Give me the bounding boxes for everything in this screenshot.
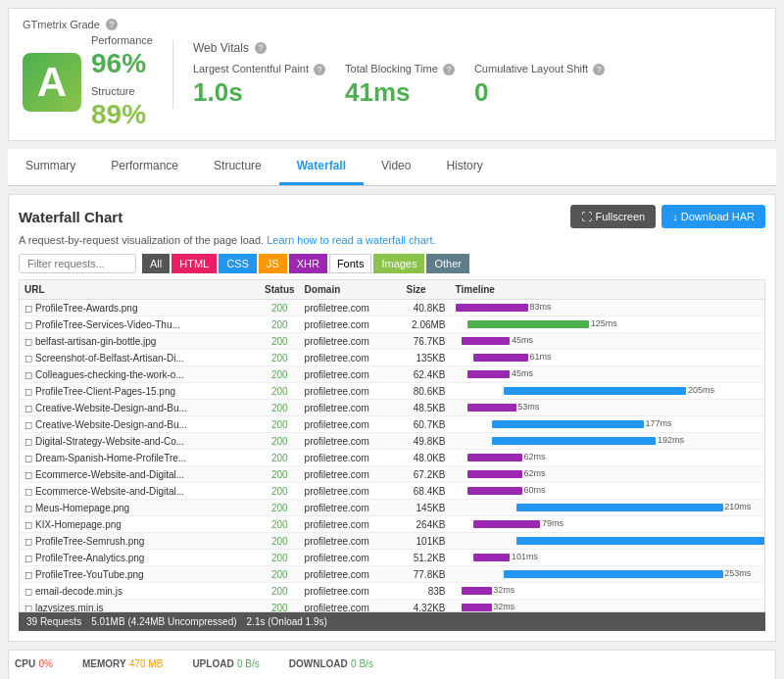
- row-size: 76.7KB: [402, 333, 451, 350]
- table-row[interactable]: ◻Dream-Spanish-Home-ProfileTre... 200 pr…: [20, 450, 764, 466]
- row-url: ◻ProfileTree-Client-Pages-15.png: [20, 383, 260, 400]
- filter-html[interactable]: HTML: [172, 254, 217, 273]
- tbt-label: Total Blocking Time ?: [345, 63, 455, 75]
- grade-section: GTmetrix Grade ? A Performance 96% Struc…: [23, 19, 153, 130]
- learn-link[interactable]: Learn how to read a waterfall chart.: [267, 234, 435, 246]
- tab-video[interactable]: Video: [364, 149, 428, 185]
- cls-info-icon[interactable]: ?: [593, 64, 605, 75]
- tab-history[interactable]: History: [428, 149, 500, 185]
- top-panel: GTmetrix Grade ? A Performance 96% Struc…: [8, 8, 776, 141]
- row-size: 101KB: [402, 533, 451, 550]
- row-domain: profiletree.com: [300, 366, 402, 383]
- table-row[interactable]: ◻KIX-Homepage.png 200 profiletree.com 26…: [20, 516, 764, 533]
- performance-value: 96%: [91, 48, 153, 79]
- row-domain: profiletree.com: [300, 533, 402, 550]
- row-timeline: 32ms: [451, 600, 764, 613]
- row-size: 40.8KB: [402, 300, 451, 316]
- tab-summary[interactable]: Summary: [8, 149, 93, 185]
- table-row[interactable]: ◻ProfileTree-Awards.png 200 profiletree.…: [20, 300, 764, 316]
- filter-other[interactable]: Other: [426, 254, 469, 273]
- row-domain: profiletree.com: [300, 550, 402, 566]
- table-row[interactable]: ◻ProfileTree-Services-Video-Thu... 200 p…: [20, 316, 764, 333]
- bottom-graphs: CPU 0% MEMORY 470 MB UPLOAD 0 B/s DOWNLO…: [8, 650, 776, 679]
- filter-css[interactable]: CSS: [219, 254, 257, 273]
- download-har-button[interactable]: ↓ Download HAR: [662, 205, 765, 228]
- row-status: 200: [260, 466, 300, 483]
- col-header-url: URL: [20, 280, 260, 300]
- table-row[interactable]: ◻Ecommerce-Website-and-Digital... 200 pr…: [20, 483, 764, 500]
- row-domain: profiletree.com: [300, 466, 402, 483]
- row-status: 200: [260, 366, 300, 383]
- row-status: 200: [260, 500, 300, 516]
- table-row[interactable]: ◻Screenshot-of-Belfast-Artisan-Di... 200…: [20, 350, 764, 366]
- filter-images[interactable]: Images: [373, 254, 424, 273]
- row-size: 264KB: [402, 516, 451, 533]
- row-domain: profiletree.com: [300, 400, 402, 416]
- action-buttons: ⛶ Fullscreen ↓ Download HAR: [570, 205, 765, 228]
- vitals-info-icon[interactable]: ?: [255, 42, 267, 54]
- row-domain: profiletree.com: [300, 433, 402, 450]
- waterfall-title: Waterfall Chart: [19, 209, 122, 225]
- row-status: 200: [260, 600, 300, 613]
- structure-label: Structure: [91, 85, 153, 97]
- row-domain: profiletree.com: [300, 350, 402, 366]
- table-row[interactable]: ◻belfast-artisan-gin-bottle.jpg 200 prof…: [20, 333, 764, 350]
- filter-fonts[interactable]: Fonts: [329, 254, 372, 273]
- row-size: 2.06MB: [402, 316, 451, 333]
- waterfall-description: A request-by-request visualization of th…: [19, 234, 765, 246]
- row-domain: profiletree.com: [300, 450, 402, 466]
- tab-structure[interactable]: Structure: [196, 149, 279, 185]
- fullscreen-button[interactable]: ⛶ Fullscreen: [570, 205, 656, 228]
- filter-js[interactable]: JS: [259, 254, 287, 273]
- table-row[interactable]: ◻Ecommerce-Website-and-Digital... 200 pr…: [20, 466, 764, 483]
- performance-label: Performance: [91, 34, 153, 46]
- table-row[interactable]: ◻Colleagues-checking-the-work-o... 200 p…: [20, 366, 764, 383]
- row-status: 200: [260, 316, 300, 333]
- tbt-info-icon[interactable]: ?: [443, 64, 455, 75]
- row-url: ◻Dream-Spanish-Home-ProfileTre...: [20, 450, 260, 466]
- tab-waterfall[interactable]: Waterfall: [279, 149, 364, 185]
- waterfall-header: Waterfall Chart ⛶ Fullscreen ↓ Download …: [19, 205, 765, 228]
- row-size: 83B: [402, 583, 451, 600]
- row-timeline: 210ms: [451, 500, 764, 516]
- lcp-info-icon[interactable]: ?: [314, 64, 325, 75]
- row-size: 49.8KB: [402, 433, 451, 450]
- row-timeline: 177ms: [451, 416, 764, 433]
- table-row[interactable]: ◻lazysizes.min.js 200 profiletree.com 4.…: [20, 600, 764, 613]
- row-domain: profiletree.com: [300, 300, 402, 316]
- row-timeline: 61ms: [451, 350, 764, 366]
- row-status: 200: [260, 433, 300, 450]
- row-size: 68.4KB: [402, 483, 451, 500]
- table-row[interactable]: ◻email-decode.min.js 200 profiletree.com…: [20, 583, 764, 600]
- filter-bar: All HTML CSS JS XHR Fonts Images Other: [19, 254, 765, 273]
- waterfall-table-wrap[interactable]: URL Status Domain Size Timeline ◻Profile…: [19, 279, 765, 612]
- table-row[interactable]: ◻Creative-Website-Design-and-Bu... 200 p…: [20, 416, 764, 433]
- row-timeline: 60ms: [451, 483, 764, 500]
- row-timeline: 32ms: [451, 583, 764, 600]
- row-domain: profiletree.com: [300, 583, 402, 600]
- col-header-timeline: Timeline: [451, 280, 764, 300]
- download-icon: ↓: [672, 211, 678, 222]
- row-timeline: 62ms: [451, 466, 764, 483]
- table-row[interactable]: ◻ProfileTree-YouTube.png 200 profiletree…: [20, 566, 764, 583]
- row-url: ◻ProfileTree-Analytics.png: [20, 550, 260, 566]
- table-row[interactable]: ◻ProfileTree-Semrush.png 200 profiletree…: [20, 533, 764, 550]
- web-vitals-title: Web Vitals ?: [193, 41, 761, 55]
- table-row[interactable]: ◻ProfileTree-Analytics.png 200 profiletr…: [20, 550, 764, 566]
- upload-label: UPLOAD 0 B/s: [192, 656, 259, 670]
- download-label: DOWNLOAD 0 B/s: [289, 656, 373, 670]
- tab-performance[interactable]: Performance: [93, 149, 196, 185]
- row-status: 200: [260, 350, 300, 366]
- table-row[interactable]: ◻Digital-Strategy-Website-and-Co... 200 …: [20, 433, 764, 450]
- row-status: 200: [260, 416, 300, 433]
- grade-info-icon[interactable]: ?: [106, 19, 118, 30]
- filter-all[interactable]: All: [142, 254, 170, 273]
- row-size: 77.8KB: [402, 566, 451, 583]
- row-url: ◻KIX-Homepage.png: [20, 516, 260, 533]
- row-domain: profiletree.com: [300, 483, 402, 500]
- filter-xhr[interactable]: XHR: [289, 254, 327, 273]
- table-row[interactable]: ◻ProfileTree-Client-Pages-15.png 200 pro…: [20, 383, 764, 400]
- table-row[interactable]: ◻Creative-Website-Design-and-Bu... 200 p…: [20, 400, 764, 416]
- filter-input[interactable]: [19, 254, 136, 273]
- table-row[interactable]: ◻Meus-Homepage.png 200 profiletree.com 1…: [20, 500, 764, 516]
